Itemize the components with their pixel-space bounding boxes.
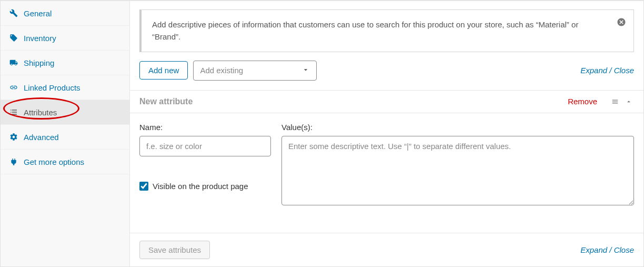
name-label: Name: bbox=[139, 123, 271, 132]
attribute-footer: Save attributes Expand / Close bbox=[130, 233, 643, 266]
sidebar-item-label: Inventory bbox=[24, 34, 56, 43]
close-icon[interactable] bbox=[617, 17, 626, 30]
info-notice-text: Add descriptive pieces of information th… bbox=[152, 20, 578, 41]
wrench-icon bbox=[9, 8, 18, 18]
visible-checkbox-row: Visible on the product page bbox=[139, 182, 271, 191]
attribute-name-input[interactable] bbox=[139, 136, 271, 156]
sidebar-item-label: General bbox=[24, 9, 52, 18]
save-attributes-button[interactable]: Save attributes bbox=[139, 241, 210, 259]
info-notice: Add descriptive pieces of information th… bbox=[139, 9, 634, 52]
add-existing-select[interactable]: Add existing bbox=[193, 61, 317, 81]
sidebar-item-label: Get more options bbox=[24, 157, 84, 166]
main-content: Add descriptive pieces of information th… bbox=[130, 1, 643, 266]
visible-checkbox[interactable] bbox=[139, 182, 148, 191]
expand-close-link-bottom[interactable]: Expand / Close bbox=[580, 245, 634, 254]
sidebar-item-label: Attributes bbox=[24, 108, 57, 117]
link-icon bbox=[9, 83, 18, 92]
sidebar: General Inventory Shipping Linked Produc… bbox=[1, 1, 130, 266]
attribute-values-textarea[interactable] bbox=[281, 136, 634, 205]
sidebar-item-advanced[interactable]: Advanced bbox=[1, 125, 129, 150]
sidebar-item-attributes[interactable]: Attributes bbox=[1, 100, 129, 125]
visible-checkbox-label[interactable]: Visible on the product page bbox=[153, 182, 248, 191]
add-existing-placeholder: Add existing bbox=[200, 66, 243, 75]
values-label: Value(s): bbox=[281, 123, 634, 132]
attribute-values-column: Value(s): bbox=[281, 123, 634, 207]
plugin-icon bbox=[9, 157, 18, 166]
attribute-title: New attribute bbox=[139, 97, 193, 106]
sidebar-item-label: Advanced bbox=[24, 133, 59, 142]
product-data-panel: General Inventory Shipping Linked Produc… bbox=[0, 0, 644, 267]
list-icon bbox=[9, 107, 18, 117]
attribute-row-header: New attribute Remove bbox=[130, 90, 643, 113]
sidebar-item-inventory[interactable]: Inventory bbox=[1, 26, 129, 51]
remove-attribute-link[interactable]: Remove bbox=[568, 97, 597, 106]
sidebar-item-label: Shipping bbox=[24, 58, 54, 67]
chevron-down-icon bbox=[301, 65, 310, 75]
attribute-row-body: Name: Visible on the product page Value(… bbox=[130, 113, 643, 216]
sidebar-item-linked-products[interactable]: Linked Products bbox=[1, 75, 129, 100]
collapse-toggle-icon[interactable] bbox=[623, 98, 634, 105]
sidebar-item-shipping[interactable]: Shipping bbox=[1, 51, 129, 75]
attribute-controls: Add new Add existing Expand / Close bbox=[130, 52, 643, 90]
gear-icon bbox=[9, 132, 18, 142]
drag-handle-icon[interactable] bbox=[610, 98, 620, 105]
add-new-button[interactable]: Add new bbox=[139, 61, 188, 80]
sidebar-item-label: Linked Products bbox=[24, 83, 80, 92]
truck-icon bbox=[9, 58, 18, 67]
expand-close-link-top[interactable]: Expand / Close bbox=[580, 66, 634, 75]
sidebar-item-general[interactable]: General bbox=[1, 1, 129, 26]
sidebar-item-get-more-options[interactable]: Get more options bbox=[1, 150, 129, 174]
tag-icon bbox=[9, 33, 18, 43]
attribute-name-column: Name: Visible on the product page bbox=[139, 123, 271, 207]
